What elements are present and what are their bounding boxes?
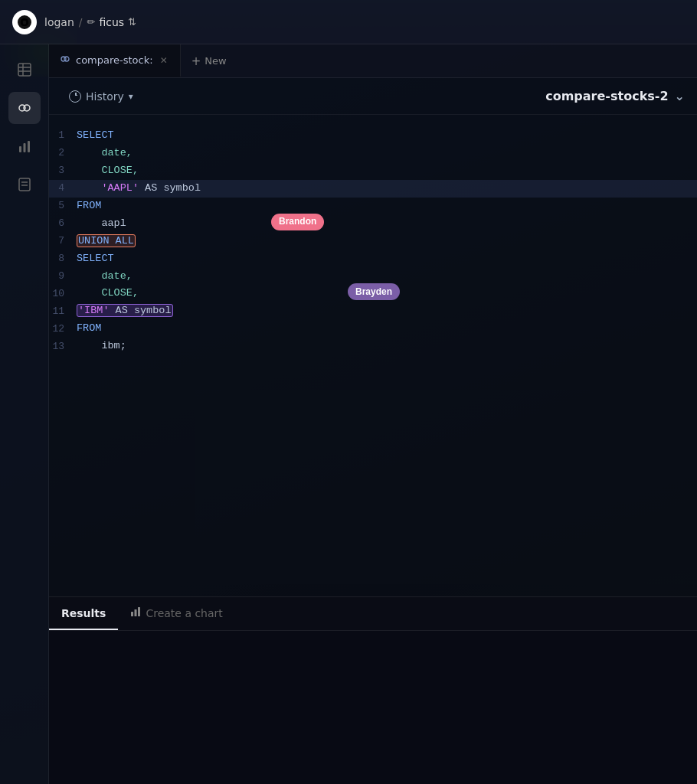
create-chart-tab[interactable]: Create a chart	[118, 597, 234, 630]
sidebar-item-compare[interactable]	[8, 92, 41, 124]
code-line-5: 5 FROM	[49, 198, 697, 215]
breadcrumb-separator: /	[79, 16, 83, 28]
app-logo[interactable]: O	[12, 10, 37, 34]
nav-sort-icon: ⇅	[128, 16, 136, 28]
svg-rect-16	[138, 607, 140, 616]
code-line-10: 10 CLOSE, Brayden	[49, 285, 697, 302]
brayden-cursor-label: Brayden	[348, 283, 400, 300]
editor-area: compare-stock: ✕ + New History ▾ compare…	[49, 44, 697, 784]
code-line-7: 7 UNION ALL	[49, 233, 697, 250]
svg-rect-9	[19, 178, 30, 191]
book-icon	[18, 177, 31, 192]
sidebar-item-docs[interactable]	[8, 168, 41, 201]
plus-icon: +	[191, 54, 201, 68]
svg-rect-7	[23, 143, 25, 152]
svg-rect-8	[28, 141, 30, 152]
code-line-3: 3 CLOSE,	[49, 162, 697, 180]
new-tab-label: New	[205, 55, 226, 67]
tab-label: compare-stock:	[76, 54, 153, 66]
code-line-13: 13 ibm;	[49, 338, 697, 355]
history-clock-icon	[69, 90, 81, 103]
query-selector[interactable]: compare-stocks-2 ⌄	[545, 89, 685, 103]
breadcrumb: logan / ✏ ficus ⇅	[44, 16, 136, 28]
svg-rect-14	[131, 612, 133, 616]
chart-tab-icon	[130, 606, 141, 619]
code-line-12: 12 FROM	[49, 320, 697, 338]
code-line-1: 1 SELECT	[49, 127, 697, 145]
results-content	[49, 631, 697, 784]
history-chevron: ▾	[129, 91, 133, 102]
tab-compare-stocks[interactable]: compare-stock: ✕	[49, 44, 181, 77]
code-line-2: 2 date,	[49, 145, 697, 162]
svg-point-5	[24, 105, 30, 111]
toolbar: History ▾ compare-stocks-2 ⌄	[49, 78, 697, 115]
code-line-4: 4 'AAPL' AS symbol	[49, 180, 697, 198]
results-tab[interactable]: Results	[49, 597, 118, 630]
navbar: O logan / ✏ ficus ⇅	[0, 0, 697, 44]
code-line-9: 9 date,	[49, 268, 697, 286]
sidebar	[0, 44, 49, 784]
query-chevron: ⌄	[675, 89, 685, 103]
query-name: compare-stocks-2	[545, 89, 668, 103]
brandon-cursor-label: Brandon	[271, 214, 324, 230]
logo-inner: O	[18, 15, 31, 29]
code-line-6: 6 aapl Brandon	[49, 215, 697, 233]
tab-compare-icon	[60, 54, 70, 67]
code-line-8: 8 SELECT	[49, 250, 697, 268]
svg-rect-0	[18, 64, 31, 76]
repo-name: ficus	[99, 16, 124, 28]
sidebar-item-chart[interactable]	[8, 130, 41, 162]
nav-user[interactable]: logan	[44, 16, 74, 28]
table-icon	[17, 62, 32, 77]
tab-bar: compare-stock: ✕ + New	[49, 44, 697, 78]
nav-repo[interactable]: ✏ ficus ⇅	[87, 16, 137, 28]
bar-chart-icon	[17, 139, 32, 154]
sidebar-item-table[interactable]	[8, 54, 41, 86]
svg-rect-6	[19, 146, 21, 152]
history-button[interactable]: History ▾	[61, 87, 141, 106]
main-area: compare-stock: ✕ + New History ▾ compare…	[0, 44, 697, 784]
tab-close-button[interactable]: ✕	[159, 54, 169, 67]
create-chart-label: Create a chart	[146, 607, 222, 619]
svg-point-13	[64, 57, 69, 61]
code-line-11: 11 'IBM' AS symbol	[49, 302, 697, 320]
results-panel: Results Create a chart	[49, 596, 697, 784]
results-tab-bar: Results Create a chart	[49, 597, 697, 631]
repo-pencil-icon: ✏	[87, 16, 96, 28]
new-tab-button[interactable]: + New	[181, 44, 237, 77]
svg-rect-15	[135, 609, 137, 616]
code-editor[interactable]: 1 SELECT 2 date, 3 CLOSE, 4 'AAPL' AS	[49, 115, 697, 596]
results-tab-label: Results	[61, 607, 106, 619]
compare-icon	[17, 100, 32, 116]
history-label: History	[86, 90, 124, 103]
